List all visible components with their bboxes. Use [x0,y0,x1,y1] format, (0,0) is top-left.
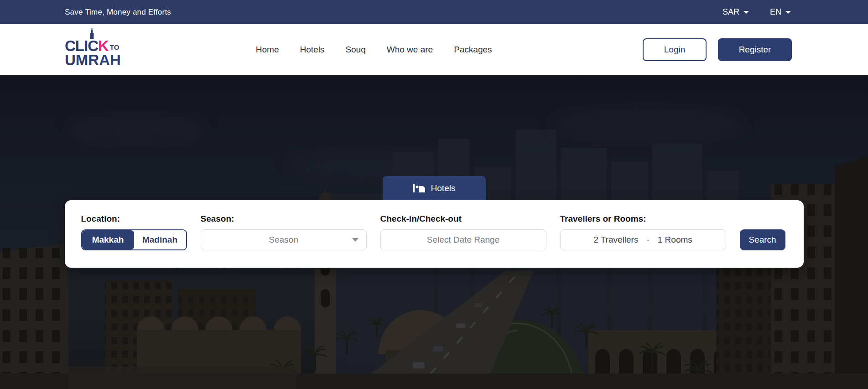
season-select-value: Season [269,235,298,245]
season-label: Season: [201,213,367,224]
dates-label: Check-in/Check-out [380,213,546,224]
hotels-tab[interactable]: Hotels [383,176,486,200]
travellers-field: Travellers or Rooms: 2 Travellers - 1 Ro… [560,213,726,250]
logo-to: TO [110,43,120,51]
nav-item-who-we-are[interactable]: Who we are [387,45,433,55]
logo-text-umrah: UMRAH [65,52,121,67]
header-actions: Login Register [643,38,792,61]
madinah-button[interactable]: Madinah [134,230,186,249]
minaret-icon [88,28,95,41]
chevron-down-icon [352,238,359,242]
nav-item-packages[interactable]: Packages [454,45,492,55]
tagline: Save Time, Money and Efforts [65,8,171,17]
nav-item-hotels[interactable]: Hotels [300,45,325,55]
header: CLICKTO UMRAH Home Hotels Souq Who we ar… [0,24,868,75]
hero-section: Hotels Location: Makkah Madinah Season: … [0,75,868,389]
currency-label: SAR [722,7,739,17]
language-dropdown[interactable]: EN [770,7,791,17]
season-select[interactable]: Season [201,229,367,250]
login-button[interactable]: Login [643,38,707,61]
chevron-down-icon [743,11,749,14]
nav-item-souq[interactable]: Souq [345,45,365,55]
topbar: Save Time, Money and Efforts SAR EN [0,0,868,24]
travellers-value: 2 Travellers [593,235,638,245]
search-button[interactable]: Search [740,229,785,250]
location-toggle: Makkah Madinah [81,229,187,250]
location-label: Location: [81,213,187,224]
topbar-right: SAR EN [722,7,791,17]
hotel-search-panel: Location: Makkah Madinah Season: Season … [65,200,804,268]
travellers-label: Travellers or Rooms: [560,213,726,224]
currency-dropdown[interactable]: SAR [722,7,749,17]
main-nav: Home Hotels Souq Who we are Packages [256,45,492,55]
travellers-rooms-input[interactable]: 2 Travellers - 1 Rooms [560,229,726,250]
date-range-input[interactable] [380,229,546,250]
makkah-button[interactable]: Makkah [82,230,134,249]
logo[interactable]: CLICKTO UMRAH [65,32,121,67]
nav-item-home[interactable]: Home [256,45,279,55]
language-label: EN [770,7,781,17]
register-button[interactable]: Register [718,38,792,61]
location-field: Location: Makkah Madinah [81,213,187,250]
chevron-down-icon [785,11,791,14]
rooms-value: 1 Rooms [658,235,692,245]
bed-icon [413,183,425,193]
travellers-separator: - [646,235,649,245]
hotels-tab-label: Hotels [431,183,456,193]
dates-field: Check-in/Check-out [380,213,546,250]
season-field: Season: Season [201,213,367,250]
